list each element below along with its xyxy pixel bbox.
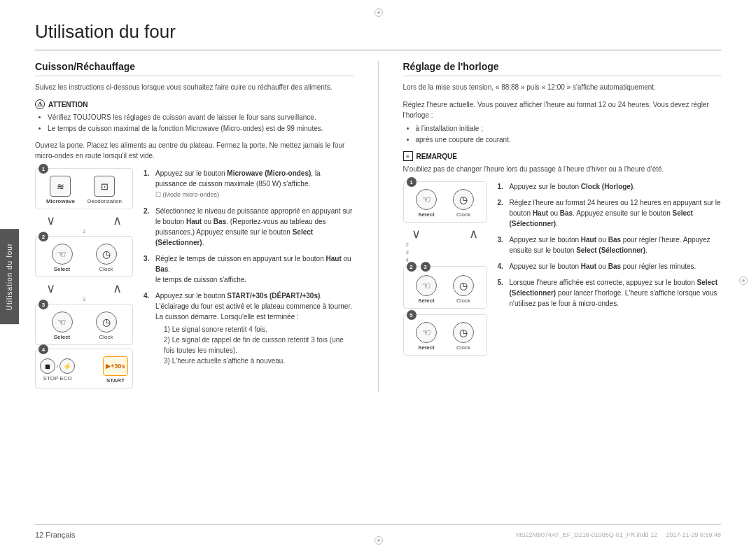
- r-select-label-5: Select: [418, 344, 435, 351]
- stop-icon: ⏹: [40, 358, 55, 374]
- arrows-row-2: ∨ ∧: [35, 281, 133, 296]
- left-diagram-column: 1 ≋ Microwave ⊡ Deodorization: [35, 168, 133, 392]
- page-footer: 12 Français MS22M8074AT_EF_D218-01005Q-0…: [35, 524, 721, 539]
- side-tab: Utilisation du four: [0, 229, 19, 324]
- left-diag-3: 3 ☜ Select ◷ Clock: [35, 304, 133, 345]
- r-arrow-up-1: ∧: [469, 227, 478, 240]
- select-icon-2: ☜: [52, 244, 73, 265]
- left-intro: Suivez les instructions ci-dessous lorsq…: [35, 82, 354, 92]
- sub-step-3: L'heure actuelle s'affiche à nouveau.: [164, 356, 354, 366]
- footer-doc-code: MS22M8074AT_EF_D218-01005Q-01_FR.indd 12: [516, 531, 657, 538]
- select-label-3: Select: [54, 334, 71, 340]
- r-select-label-24: Select: [418, 298, 435, 304]
- stop-eco-label: STOP ECO: [43, 375, 72, 382]
- r-select-icon-5: ☜: [416, 322, 437, 343]
- footer-date: 2017-11-29 6:59:48: [666, 531, 721, 538]
- r-step-1: 1. Appuyez sur le bouton Clock (Horloge)…: [498, 181, 722, 192]
- arrow-up-1: ∧: [113, 214, 122, 227]
- left-body-text: Ouvrez la porte. Placez les aliments au …: [35, 140, 354, 161]
- clock-btn-diag-3: ◷ Clock: [96, 312, 117, 340]
- start-btn-diag: ▶+30s START: [103, 356, 128, 384]
- right-steps: 1. Appuyez sur le bouton Clock (Horloge)…: [498, 181, 722, 359]
- bullet-item-2: après une coupure de courant.: [416, 134, 722, 146]
- left-column: Cuisson/Réchauffage Suivez les instructi…: [35, 61, 354, 392]
- r-select-icon-1: ☜: [416, 189, 437, 210]
- attention-item-1: Vérifiez TOUJOURS les réglages de cuisso…: [48, 112, 354, 123]
- select-btn-diag-3: ☜ Select: [52, 312, 73, 340]
- r-num-2: 2: [406, 241, 487, 248]
- attention-label: ATTENTION: [48, 101, 88, 108]
- left-section-title: Cuisson/Réchauffage: [35, 61, 354, 76]
- footer-page-num: 12 Français: [35, 531, 75, 539]
- arrow-down-1: ∨: [46, 214, 55, 227]
- right-diag-2-4: 2 3 ☜ Select ◷ Clock: [403, 266, 487, 309]
- r-num-3: 3: [406, 249, 487, 255]
- step-3: 3. Réglez le temps de cuisson en appuyan…: [144, 253, 354, 285]
- arrow-down-2: ∨: [46, 282, 55, 295]
- clock-btn-diag-2: ◷ Clock: [96, 244, 117, 272]
- left-instructions: 1 ≋ Microwave ⊡ Deodorization: [35, 168, 354, 392]
- r-clock-label-24: Clock: [456, 298, 470, 304]
- steps-list-right: 1. Appuyez sur le bouton Clock (Horloge)…: [498, 181, 722, 309]
- r-clock-icon-24: ◷: [453, 275, 474, 296]
- r-step-2: 2. Réglez l'heure au format 24 heures ou…: [498, 197, 722, 229]
- step2-num-indicator: 2: [83, 228, 85, 234]
- microwave-btn-diag: ≋ Microwave: [46, 176, 75, 204]
- r-select-btn-1: ☜ Select: [416, 189, 437, 218]
- right-column: Réglage de l'horloge Lors de la mise sou…: [403, 61, 722, 392]
- start-label: START: [106, 377, 125, 384]
- steps-list-left: 1. Appuyez sur le bouton Microwave (Micr…: [144, 168, 354, 366]
- stop-eco-btn: ⏹ / ⚡ STOP ECO: [40, 358, 75, 382]
- right-bullet-list: à l'installation initiale ; après une co…: [403, 123, 722, 146]
- left-diag-2: 2 ☜ Select ◷ Clock: [35, 236, 133, 277]
- attention-header: ⚠ ATTENTION: [35, 99, 354, 109]
- sub-step-1: Le signal sonore retentit 4 fois.: [164, 324, 354, 335]
- right-body1: Réglez l'heure actuelle. Vous pouvez aff…: [403, 99, 722, 120]
- clock-icon-2: ◷: [96, 244, 117, 265]
- left-steps: 1. Appuyez sur le bouton Microwave (Micr…: [144, 168, 354, 392]
- r-clock-btn-1: ◷ Clock: [453, 189, 474, 218]
- start-icon: ▶+30s: [103, 356, 128, 376]
- r-clock-btn-5: ◷ Clock: [453, 322, 474, 351]
- r-select-icon-24: ☜: [416, 275, 437, 296]
- clock-label-2: Clock: [99, 266, 113, 272]
- select-btn-diag-2: ☜ Select: [52, 244, 73, 272]
- sub-steps: Le signal sonore retentit 4 fois. Le sig…: [155, 324, 354, 366]
- r-diag-num-5: 5: [407, 310, 416, 320]
- clock-label-3: Clock: [99, 334, 113, 340]
- r-select-label-1: Select: [418, 211, 435, 218]
- deodorization-icon: ⊡: [94, 176, 115, 197]
- remarque-block: ≡ REMARQUE N'oubliez pas de changer l'he…: [403, 151, 722, 174]
- page-title: Utilisation du four: [35, 21, 721, 50]
- deodorization-label: Deodorization: [88, 198, 122, 204]
- eco-icon: ⚡: [59, 358, 75, 374]
- step-1: 1. Appuyez sur le bouton Microwave (Micr…: [144, 168, 354, 200]
- diag-num-2: 2: [38, 232, 48, 241]
- select-label-2: Select: [54, 266, 71, 272]
- column-divider: [378, 61, 379, 392]
- r-select-btn-24: ☜ Select: [416, 275, 437, 304]
- right-section-title: Réglage de l'horloge: [403, 61, 722, 76]
- right-instructions: 1 ☜ Select ◷ Clock: [403, 181, 722, 359]
- arrow-up-2: ∧: [113, 282, 122, 295]
- attention-block: ⚠ ATTENTION Vérifiez TOUJOURS les réglag…: [35, 99, 354, 134]
- arrows-row-1: ∨ ∧: [35, 213, 133, 228]
- diag-num-4: 4: [38, 344, 48, 354]
- right-diag-1: 1 ☜ Select ◷ Clock: [403, 181, 487, 223]
- step-4: 4. Appuyez sur le bouton START/+30s (DÉP…: [144, 290, 354, 366]
- r-arrow-down-1: ∨: [412, 227, 421, 240]
- footer-doc-info: MS22M8074AT_EF_D218-01005Q-01_FR.indd 12…: [516, 531, 721, 538]
- side-tab-label: Utilisation du four: [6, 243, 13, 310]
- r-diag-num-2: 2: [407, 262, 416, 272]
- r-step-3: 3. Appuyez sur le bouton Haut ou Bas pou…: [498, 234, 722, 255]
- microwave-icon: ≋: [50, 176, 71, 197]
- attention-icon: ⚠: [35, 99, 45, 109]
- step-2: 2. Sélectionnez le niveau de puissance a…: [144, 206, 354, 248]
- remarque-icon: ≡: [403, 151, 413, 161]
- attention-item-2: Le temps de cuisson maximal de la foncti…: [48, 123, 354, 134]
- bullet-item-1: à l'installation initiale ;: [416, 123, 722, 134]
- diag-num-1: 1: [38, 164, 48, 174]
- r-clock-btn-24: ◷ Clock: [453, 275, 474, 304]
- right-diag-5: 5 ☜ Select ◷ Clock: [403, 314, 487, 356]
- remarque-header: ≡ REMARQUE: [403, 151, 722, 161]
